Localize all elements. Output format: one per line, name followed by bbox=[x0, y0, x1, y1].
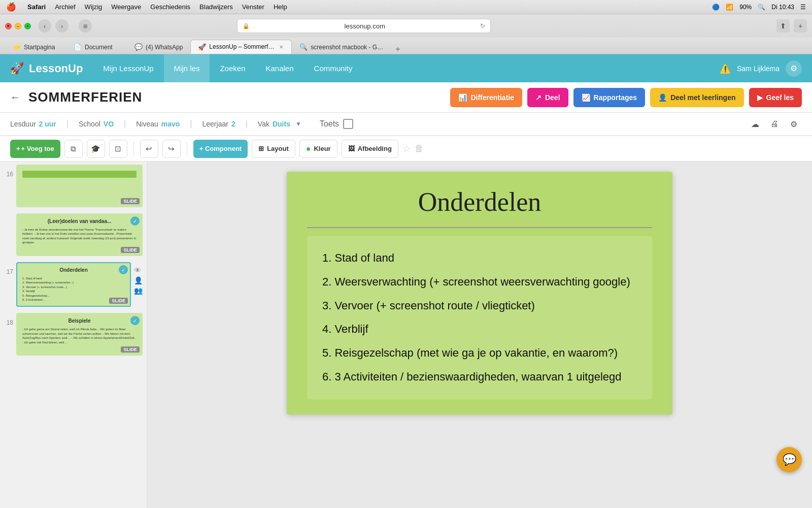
leerjaar-item: Leerjaar 2 bbox=[202, 120, 235, 128]
chat-bubble[interactable]: 💬 bbox=[776, 447, 802, 472]
niveau-value[interactable]: mavo bbox=[161, 120, 180, 128]
differentiatie-button[interactable]: 📊 Differentiatie bbox=[450, 88, 522, 107]
search-icon[interactable]: 🔍 bbox=[758, 4, 765, 11]
vak-value[interactable]: Duits bbox=[273, 120, 290, 128]
school-label: School bbox=[79, 120, 100, 128]
menu-weergave[interactable]: Weergave bbox=[111, 3, 141, 11]
url-text: lessonup.com bbox=[253, 22, 477, 30]
duplicate-button[interactable]: ⧉ bbox=[64, 140, 83, 158]
view-mode-button[interactable]: ⊡ bbox=[109, 140, 127, 158]
meta-bar: Lesduur 2 uur | School VO | Niveau mavo … bbox=[0, 113, 812, 136]
sep4: | bbox=[246, 119, 248, 129]
new-tab-button[interactable]: + bbox=[395, 45, 400, 54]
google-favicon: 🔍 bbox=[299, 43, 308, 51]
tab-startpagina[interactable]: ⭐ Startpagina bbox=[5, 40, 66, 54]
voeg-toe-button[interactable]: + + Voeg toe bbox=[10, 140, 60, 158]
slide-thumb-18[interactable]: Beispiele - Ich gehe gerne am Strand rei… bbox=[16, 313, 143, 356]
tab-document-label: Document bbox=[85, 44, 119, 51]
slide-canvas[interactable]: Onderdelen 1. Stad of land 2. Weersverwa… bbox=[287, 172, 672, 415]
cloud-icon[interactable]: ☁ bbox=[747, 116, 763, 132]
list-item-3: 3. Vervoer (+ screenshot route / vliegti… bbox=[322, 294, 637, 318]
layout-button[interactable]: ⊞ Layout bbox=[252, 140, 295, 158]
slide-thumb-17[interactable]: Onderdelen 1. Stad of land2. Weersverwac… bbox=[16, 262, 131, 307]
user-name[interactable]: Sam Lijklema bbox=[737, 65, 780, 73]
nav-kanalen[interactable]: Kanalen bbox=[255, 54, 303, 82]
toolbar-separator-1 bbox=[133, 142, 134, 156]
fullscreen-button[interactable]: + bbox=[24, 23, 31, 29]
person-plus-icon[interactable]: 👥 bbox=[134, 287, 143, 295]
back-button[interactable]: ‹ bbox=[38, 19, 51, 33]
nav-mijn-lessonup[interactable]: Mijn LessonUp bbox=[93, 54, 163, 82]
slide-number-18: 18 bbox=[4, 319, 13, 326]
afbeelding-button[interactable]: 🖼 Afbeelding bbox=[342, 140, 398, 158]
apple-logo[interactable]: 🍎 bbox=[6, 2, 16, 12]
browser-actions: ⬆ + bbox=[776, 19, 807, 33]
add-bookmark-button[interactable]: + bbox=[794, 19, 807, 33]
traffic-lights: ✕ – + bbox=[5, 23, 31, 29]
refresh-icon[interactable]: ↻ bbox=[480, 22, 485, 29]
tab-close-button[interactable]: ✕ bbox=[278, 43, 284, 51]
print-icon[interactable]: 🖨 bbox=[766, 116, 783, 132]
geef-les-button[interactable]: ▶ Geef les bbox=[749, 88, 802, 107]
slide-18-title: Beispiele bbox=[20, 317, 139, 325]
component-button[interactable]: + Component bbox=[193, 140, 248, 158]
undo-button[interactable]: ↩ bbox=[140, 140, 158, 158]
sep2: | bbox=[124, 119, 126, 129]
tab-document[interactable]: 📄 Document bbox=[66, 40, 127, 54]
favorite-button[interactable]: ☆ bbox=[402, 143, 411, 154]
niveau-label: Niveau bbox=[136, 120, 158, 128]
slide-17-title: Onderdelen bbox=[20, 266, 127, 274]
rapportages-button[interactable]: 📈 Rapportages bbox=[573, 88, 646, 107]
minimize-window-button[interactable]: – bbox=[15, 23, 21, 29]
nav-community[interactable]: Community bbox=[304, 54, 363, 82]
person-icon[interactable]: 👤 bbox=[134, 276, 143, 284]
slide-thumb-16b[interactable]: (Leer)doelen van vandaa... - Je kent de … bbox=[16, 213, 143, 256]
present-mode-button[interactable]: 🎓 bbox=[87, 140, 105, 158]
wifi-icon: 📶 bbox=[726, 4, 733, 11]
url-bar[interactable]: 🔒 lessonup.com ↻ bbox=[237, 19, 491, 33]
vak-dropdown-icon[interactable]: ▼ bbox=[295, 120, 301, 128]
slide-thumb-16[interactable]: SLIDE bbox=[16, 165, 143, 207]
slide-number-16: 16 bbox=[4, 171, 13, 178]
share-button[interactable]: ⬆ bbox=[776, 19, 790, 33]
menu-safari[interactable]: Safari bbox=[27, 3, 46, 11]
toets-checkbox[interactable] bbox=[343, 119, 353, 129]
logo-icon: 🚀 bbox=[10, 62, 24, 75]
browser-toolbar: ✕ – + ‹ › ⊞ 🔒 lessonup.com ↻ ⬆ + bbox=[0, 14, 812, 38]
deel-button[interactable]: ↗ Deel bbox=[527, 88, 568, 107]
close-window-button[interactable]: ✕ bbox=[5, 23, 12, 29]
slide-label-17: SLIDE bbox=[109, 298, 128, 304]
back-to-lessons-button[interactable]: ← bbox=[10, 91, 20, 103]
menu-wijzig[interactable]: Wijzig bbox=[85, 3, 103, 11]
menu-venster[interactable]: Venster bbox=[242, 3, 264, 11]
nav-mijn-les[interactable]: Mijn les bbox=[164, 54, 210, 82]
school-value[interactable]: VO bbox=[104, 120, 114, 128]
image-icon: 🖼 bbox=[348, 145, 355, 152]
tab-view-button[interactable]: ⊞ bbox=[79, 19, 92, 33]
menu-bladwijzers[interactable]: Bladwijzers bbox=[199, 3, 233, 11]
deel-met-leerlingen-button[interactable]: 👤 Deel met leerlingen bbox=[650, 88, 743, 107]
eye-icon[interactable]: 👁 bbox=[134, 266, 143, 274]
menu-archief[interactable]: Archief bbox=[55, 3, 75, 11]
tab-lessonup[interactable]: 🚀 LessonUp – Sommerferien ✕ bbox=[190, 40, 292, 54]
logo-text[interactable]: LessonUp bbox=[29, 62, 83, 75]
logo-area: 🚀 LessonUp bbox=[10, 62, 83, 75]
lesduur-value[interactable]: 2 uur bbox=[39, 120, 56, 128]
redo-button[interactable]: ↪ bbox=[162, 140, 181, 158]
kleur-button[interactable]: ● Kleur bbox=[299, 140, 337, 158]
forward-button[interactable]: › bbox=[55, 19, 69, 33]
settings-icon[interactable]: ⚙ bbox=[786, 116, 802, 132]
tab-screenshot[interactable]: 🔍 screenshot macbook - Google Zoeken bbox=[292, 40, 393, 54]
sep3: | bbox=[190, 119, 192, 129]
leerlingen-icon: 👤 bbox=[658, 93, 667, 102]
user-settings-button[interactable]: ⚙ bbox=[786, 60, 802, 77]
slide-row-17: 17 Onderdelen 1. Stad of land2. Weersver… bbox=[0, 259, 147, 310]
tab-whatsapp[interactable]: 💬 (4) WhatsApp bbox=[127, 40, 190, 54]
control-strip[interactable]: ☰ bbox=[800, 4, 806, 11]
slide-check-16b: ✓ bbox=[130, 216, 140, 226]
nav-zoeken[interactable]: Zoeken bbox=[210, 54, 255, 82]
menu-help[interactable]: Help bbox=[274, 3, 287, 11]
delete-slide-button[interactable]: 🗑 bbox=[415, 143, 424, 154]
leerjaar-value[interactable]: 2 bbox=[231, 120, 235, 128]
menu-geschiedenis[interactable]: Geschiedenis bbox=[150, 3, 190, 11]
